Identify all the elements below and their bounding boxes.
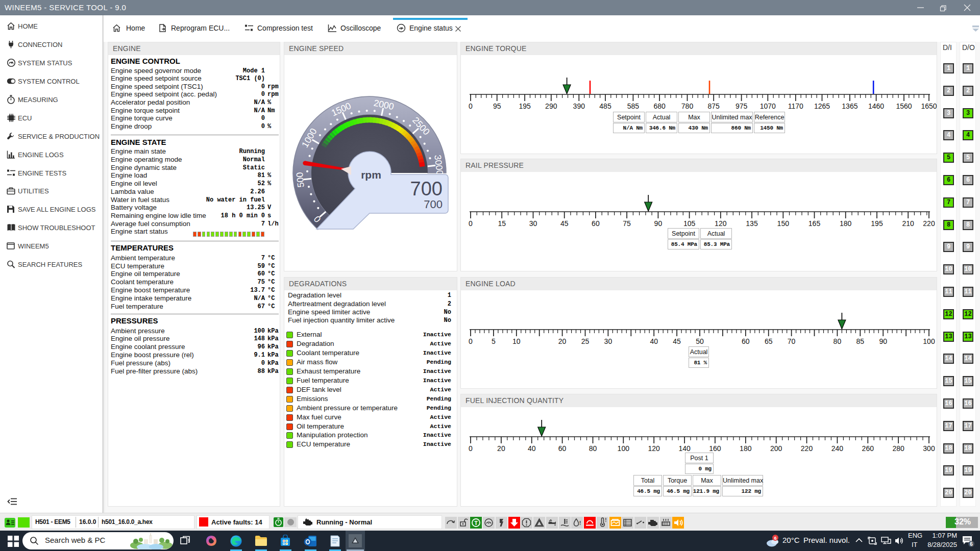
svg-text:220: 220 xyxy=(801,444,813,453)
svg-text:140: 140 xyxy=(678,444,691,453)
svg-text:100: 100 xyxy=(618,444,630,453)
svg-text:160: 160 xyxy=(709,444,721,453)
svg-text:T: T xyxy=(474,520,478,526)
svg-text:585: 585 xyxy=(627,102,640,110)
svg-text:85: 85 xyxy=(856,337,865,345)
svg-text:280: 280 xyxy=(892,444,904,453)
svg-text:195: 195 xyxy=(519,102,531,110)
svg-text:135: 135 xyxy=(746,219,758,228)
svg-text:700: 700 xyxy=(410,178,443,199)
svg-text:60: 60 xyxy=(558,444,567,453)
svg-text:20: 20 xyxy=(497,444,505,453)
svg-text:1650: 1650 xyxy=(921,102,937,110)
svg-text:6: 6 xyxy=(774,536,776,541)
svg-text:680: 680 xyxy=(653,102,666,110)
svg-text:975: 975 xyxy=(736,102,748,110)
svg-text:0: 0 xyxy=(469,444,473,453)
svg-text:390: 390 xyxy=(573,102,585,110)
svg-text:30: 30 xyxy=(529,219,537,228)
svg-text:1560: 1560 xyxy=(896,102,912,110)
svg-text:50: 50 xyxy=(696,337,704,345)
svg-text:75: 75 xyxy=(623,219,631,228)
svg-text:6: 6 xyxy=(970,541,973,547)
svg-text:45: 45 xyxy=(560,219,569,228)
svg-text:780: 780 xyxy=(681,102,694,110)
svg-text:70: 70 xyxy=(788,337,796,345)
svg-text:240: 240 xyxy=(831,444,844,453)
svg-text:15: 15 xyxy=(498,219,506,228)
svg-text:60: 60 xyxy=(742,337,750,345)
svg-text:30: 30 xyxy=(604,337,612,345)
svg-text:700: 700 xyxy=(424,198,443,211)
svg-text:500: 500 xyxy=(295,172,306,188)
svg-text:65: 65 xyxy=(765,337,773,345)
svg-text:1365: 1365 xyxy=(842,102,857,110)
svg-text:40: 40 xyxy=(650,337,658,345)
svg-text:1170: 1170 xyxy=(788,102,803,110)
svg-text:80: 80 xyxy=(834,337,842,345)
svg-text:25: 25 xyxy=(581,337,590,345)
svg-text:90: 90 xyxy=(879,337,887,345)
svg-text:150: 150 xyxy=(777,219,790,228)
svg-text:210: 210 xyxy=(902,219,915,228)
svg-text:180: 180 xyxy=(840,219,852,228)
svg-text:95: 95 xyxy=(493,102,501,110)
svg-text:0: 0 xyxy=(469,337,473,345)
svg-text:0: 0 xyxy=(469,219,473,228)
svg-text:45: 45 xyxy=(673,337,681,345)
svg-text:200: 200 xyxy=(770,444,782,453)
svg-text:1460: 1460 xyxy=(868,102,884,110)
svg-text:1070: 1070 xyxy=(760,102,776,110)
svg-text:220: 220 xyxy=(923,219,935,228)
svg-text:5: 5 xyxy=(492,337,496,345)
svg-text:!: ! xyxy=(605,517,606,523)
svg-text:1265: 1265 xyxy=(814,102,830,110)
svg-text:80: 80 xyxy=(589,444,597,453)
svg-text:20: 20 xyxy=(558,337,567,345)
svg-text:875: 875 xyxy=(708,102,720,110)
svg-text:!: ! xyxy=(579,520,581,526)
svg-text:rpm: rpm xyxy=(361,169,381,181)
svg-text:60: 60 xyxy=(592,219,600,228)
svg-text:0: 0 xyxy=(469,102,473,110)
svg-text:40: 40 xyxy=(528,444,536,453)
svg-text:195: 195 xyxy=(871,219,883,228)
svg-text:260: 260 xyxy=(862,444,874,453)
svg-text:120: 120 xyxy=(648,444,660,453)
svg-text:100: 100 xyxy=(923,337,935,345)
svg-text:120: 120 xyxy=(715,219,727,228)
svg-text:180: 180 xyxy=(740,444,752,453)
svg-text:90: 90 xyxy=(654,219,663,228)
svg-text:290: 290 xyxy=(545,102,557,110)
svg-text:10: 10 xyxy=(512,337,521,345)
svg-text:165: 165 xyxy=(808,219,821,228)
svg-text:485: 485 xyxy=(599,102,611,110)
svg-text:300: 300 xyxy=(923,444,935,453)
svg-text:105: 105 xyxy=(683,219,696,228)
